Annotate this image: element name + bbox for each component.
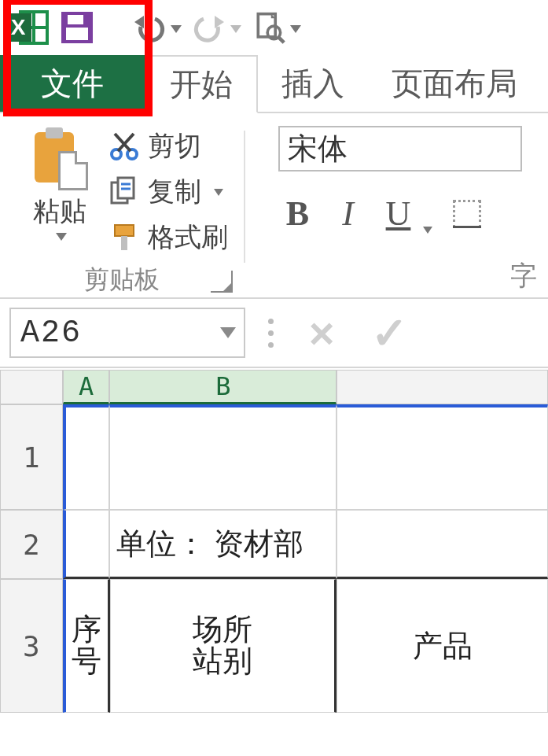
font-group: 宋体 B I U 字 bbox=[245, 124, 548, 297]
underline-dropdown-icon[interactable] bbox=[423, 227, 432, 234]
undo-dropdown-icon[interactable] bbox=[171, 25, 182, 33]
format-painter-button[interactable]: 格式刷 bbox=[108, 216, 228, 260]
save-button[interactable] bbox=[58, 9, 96, 46]
underline-button[interactable]: U bbox=[379, 194, 432, 234]
copy-icon bbox=[108, 176, 140, 208]
preview-dropdown-icon[interactable] bbox=[290, 25, 301, 33]
column-header-A[interactable]: A bbox=[63, 370, 110, 404]
cell-C1[interactable] bbox=[337, 404, 548, 510]
column-header-C[interactable] bbox=[337, 370, 548, 404]
cell-B1[interactable] bbox=[109, 404, 337, 510]
formula-bar-separator bbox=[261, 319, 280, 348]
undo-button[interactable] bbox=[131, 6, 182, 50]
cell-A2[interactable] bbox=[63, 510, 110, 579]
svg-rect-11 bbox=[115, 225, 134, 236]
redo-dropdown-icon[interactable] bbox=[230, 25, 241, 33]
tab-home[interactable]: 开始 bbox=[145, 55, 258, 113]
cell-A3[interactable]: 序 号 bbox=[63, 579, 110, 713]
font-group-label: 字 bbox=[510, 258, 537, 294]
cell-A1[interactable] bbox=[63, 404, 110, 510]
bold-button[interactable]: B bbox=[278, 194, 318, 234]
select-all-corner[interactable] bbox=[0, 370, 63, 404]
row-header-2[interactable]: 2 bbox=[0, 510, 63, 579]
column-header-B[interactable]: B bbox=[109, 370, 337, 404]
formula-bar: A26 × ✓ bbox=[0, 299, 548, 368]
paste-label: 粘贴 bbox=[33, 194, 86, 230]
scissors-icon bbox=[108, 131, 140, 162]
spreadsheet-grid[interactable]: A B 1 2 单位： 资材部 3 序 号 场所 站别 产品 bbox=[0, 370, 548, 756]
tab-file[interactable]: 文件 bbox=[0, 55, 145, 112]
tab-insert[interactable]: 插入 bbox=[258, 55, 368, 112]
font-name-input[interactable]: 宋体 bbox=[278, 126, 522, 171]
undo-icon bbox=[131, 11, 167, 44]
svg-rect-12 bbox=[121, 236, 127, 250]
font-style-buttons: B I U bbox=[278, 194, 522, 234]
svg-line-2 bbox=[278, 37, 284, 42]
clipboard-launcher-icon[interactable] bbox=[211, 271, 233, 293]
cell-C3[interactable]: 产品 bbox=[337, 579, 548, 713]
redo-icon bbox=[191, 11, 227, 44]
formula-accept-button: ✓ bbox=[363, 308, 415, 359]
cell-B3[interactable]: 场所 站别 bbox=[110, 579, 337, 713]
ribbon-tabs: 文件 开始 插入 页面布局 bbox=[0, 55, 548, 113]
print-preview-button[interactable] bbox=[250, 6, 302, 50]
paste-icon bbox=[35, 127, 85, 189]
namebox-dropdown-icon[interactable] bbox=[220, 327, 236, 338]
cell-C2[interactable] bbox=[337, 510, 548, 579]
clipboard-group-label: 剪贴板 bbox=[8, 263, 236, 297]
tab-page-layout[interactable]: 页面布局 bbox=[368, 55, 541, 112]
quick-access-toolbar: X bbox=[0, 0, 548, 55]
column-headers: A B bbox=[0, 370, 548, 404]
save-icon bbox=[61, 12, 93, 43]
ribbon: 粘贴 剪切 复制 bbox=[0, 113, 548, 299]
formula-cancel-button: × bbox=[296, 308, 348, 359]
row-header-3[interactable]: 3 bbox=[0, 579, 63, 713]
cell-B2[interactable]: 单位： 资材部 bbox=[109, 510, 337, 579]
copy-dropdown-icon[interactable] bbox=[214, 189, 223, 196]
paste-button[interactable]: 粘贴 bbox=[16, 124, 104, 263]
borders-button[interactable] bbox=[450, 197, 484, 231]
row-header-1[interactable]: 1 bbox=[0, 404, 63, 510]
clipboard-group: 粘贴 剪切 复制 bbox=[0, 124, 244, 297]
excel-logo-icon: X bbox=[5, 7, 49, 48]
brush-icon bbox=[108, 222, 140, 253]
redo-button[interactable] bbox=[190, 6, 242, 50]
row-2: 2 单位： 资材部 bbox=[0, 510, 548, 579]
row-3: 3 序 号 场所 站别 产品 bbox=[0, 579, 548, 713]
name-box[interactable]: A26 bbox=[9, 308, 245, 358]
cut-button[interactable]: 剪切 bbox=[108, 124, 228, 168]
print-preview-icon bbox=[251, 11, 287, 44]
copy-button[interactable]: 复制 bbox=[108, 170, 228, 214]
paste-dropdown-icon[interactable] bbox=[56, 233, 67, 241]
row-1: 1 bbox=[0, 404, 548, 510]
italic-button[interactable]: I bbox=[329, 194, 368, 234]
clipboard-actions: 剪切 复制 格式刷 bbox=[104, 124, 228, 263]
